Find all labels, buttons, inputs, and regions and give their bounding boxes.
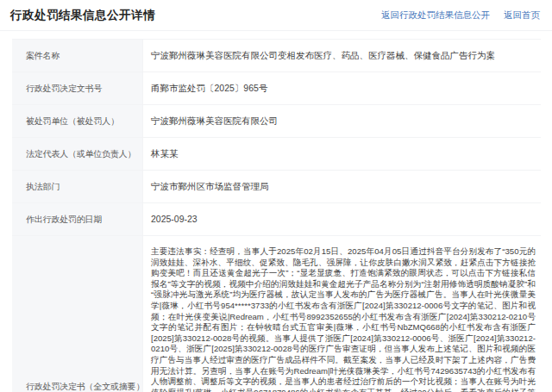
row-label: 案件名称	[12, 40, 143, 72]
row-value: 甬鄞市监处罚〔2025〕965号	[143, 72, 541, 104]
table-row: 案件名称 宁波鄞州薇琳美容医院有限公司变相发布医疗、药品、医疗器械、保健食品广告…	[12, 40, 541, 72]
row-label: 行政处罚决定文书号	[12, 72, 143, 104]
row-value: 宁波市鄞州区市场监督管理局	[143, 171, 541, 202]
table-row: 作出行政处罚的日期 2025-09-23	[12, 203, 541, 236]
header-links: 返回行政处罚结果信息公开 返回首页	[370, 9, 540, 22]
row-value: 宁波鄞州薇琳美容医院有限公司变相发布医疗、药品、医疗器械、保健食品广告行为案	[143, 40, 541, 72]
page-header: 行政处罚结果信息公开详情 返回行政处罚结果信息公开 返回首页	[0, 0, 552, 31]
table-row: 被处罚单位（被处罚人） 宁波鄞州薇琳美容医院有限公司	[12, 105, 541, 138]
row-label: 被处罚单位（被处罚人）	[12, 105, 143, 137]
row-label: 行政处罚决定书（全文或摘要）	[12, 236, 143, 392]
table-row: 行政处罚决定文书号 甬鄞市监处罚〔2025〕965号	[12, 72, 541, 105]
penalty-detail-page: 行政处罚结果信息公开详情 返回行政处罚结果信息公开 返回首页 案件名称 宁波鄞州…	[0, 0, 552, 392]
row-label: 作出行政处罚的日期	[12, 203, 143, 235]
back-to-penalty-list-link[interactable]: 返回行政处罚结果信息公开	[381, 9, 490, 20]
row-value: 宁波鄞州薇琳美容医院有限公司	[143, 105, 541, 137]
page-title: 行政处罚结果信息公开详情	[10, 8, 155, 23]
table-row: 法定代表人（或单位负责人） 林某某	[12, 138, 541, 171]
row-value: 主要违法事实：经查明，当事人于2025年02月15日、2025年04月05日通过…	[143, 236, 541, 392]
back-to-home-link[interactable]: 返回首页	[504, 9, 540, 20]
row-value: 2025-09-23	[143, 203, 541, 235]
row-value: 林某某	[143, 138, 541, 170]
table-row: 执法部门 宁波市鄞州区市场监督管理局	[12, 171, 541, 203]
row-label: 法定代表人（或单位负责人）	[12, 138, 143, 170]
detail-table: 案件名称 宁波鄞州薇琳美容医院有限公司变相发布医疗、药品、医疗器械、保健食品广告…	[12, 39, 541, 392]
table-row: 行政处罚决定书（全文或摘要） 主要违法事实：经查明，当事人于2025年02月15…	[12, 236, 541, 392]
row-label: 执法部门	[12, 171, 143, 202]
